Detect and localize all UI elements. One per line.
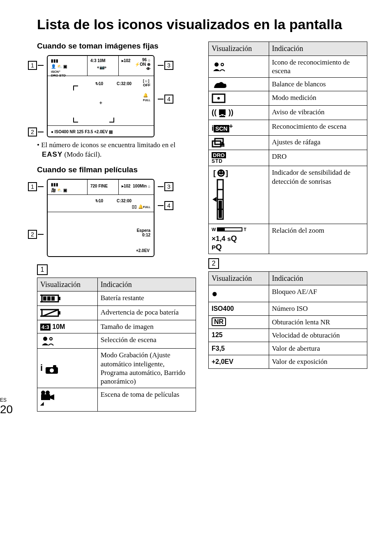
dro-icon: DRO STD (209, 150, 269, 166)
table-row: Ajustes de ráfaga (209, 135, 367, 150)
section-2-label: 2 (208, 258, 219, 269)
table-row: ISO400Número ISO (209, 302, 367, 315)
battery-icon (37, 292, 98, 306)
table-row: (( )) Aviso de vibración (209, 106, 367, 120)
iso-icon: ISO400 (209, 302, 269, 315)
page-lang: ES (0, 398, 13, 403)
easy-mode-note: • El número de iconos se encuentra limit… (37, 141, 196, 160)
page-number: 20 (0, 403, 13, 416)
svg-rect-15 (53, 365, 56, 368)
table-row: Batería restante (37, 292, 196, 306)
svg-rect-42 (219, 201, 222, 218)
lcd-diagram-stills: ▮▮▮ 👤 ⛅ ▣ iSCN⁺DRO STD 4:3 10M «📷» ▸102 … (37, 55, 164, 137)
ae-lock-icon: ● (209, 285, 269, 302)
svg-rect-17 (41, 394, 50, 400)
svg-rect-3 (47, 296, 51, 301)
metering-icon (209, 91, 269, 106)
svg-marker-18 (50, 394, 54, 400)
table-row: Selección de escena (37, 333, 196, 349)
face-detect-icon (209, 56, 269, 78)
table-row: iSCN+ Reconocimiento de escena (209, 120, 367, 135)
table-row: Icono de reconocimiento de escena (209, 56, 367, 78)
svg-text:W: W (212, 227, 216, 232)
svg-point-34 (217, 169, 225, 177)
heading-movies: Cuando se filman películas (37, 165, 196, 175)
svg-rect-31 (221, 142, 223, 147)
table-row: WT ×1,4 sQ PQ Relación del zoom (209, 224, 367, 254)
nr-icon: NR (209, 315, 269, 329)
image-size-icon: 4:3 10M (37, 320, 98, 333)
aperture-icon: F3,5 (209, 342, 269, 355)
vibration-icon: (( )) (209, 106, 269, 120)
table-row: Balance de blancos (209, 78, 367, 91)
zoom-ratio-icon: WT ×1,4 sQ PQ (209, 224, 269, 254)
svg-line-9 (43, 310, 58, 316)
svg-text:[: [ (213, 169, 216, 177)
svg-rect-32 (223, 143, 224, 147)
section-1-label: 1 (37, 264, 48, 275)
page-title: Lista de los iconos visualizados en la p… (37, 16, 367, 32)
svg-rect-1 (58, 297, 60, 300)
svg-rect-27 (219, 116, 225, 117)
svg-rect-2 (43, 296, 46, 301)
table-row: ◢ Escena de toma de películas (37, 388, 196, 412)
table-row: 4:3 10M Tamaño de imagen (37, 320, 196, 333)
table-section-1a: VisualizaciónIndicación Batería restante… (37, 278, 196, 412)
lcd-diagram-movies: ▮▮▮ 🎥 ⛅ ▣ 720 FINE ▸102 100Min ⌂ ↻10 C:3… (37, 179, 164, 257)
svg-point-24 (217, 97, 220, 99)
svg-point-13 (50, 338, 52, 340)
svg-text:T: T (244, 227, 247, 232)
svg-point-20 (46, 391, 50, 395)
table-section-2: VisualizaciónIndicación ●Bloqueo AE/AF I… (208, 271, 367, 369)
table-row: F3,5Valor de abertura (209, 342, 367, 355)
table-row: DRO STD DRO (209, 150, 367, 166)
burst-icon (209, 135, 269, 150)
table-row: +2,0EVValor de exposición (209, 355, 367, 368)
svg-point-35 (219, 171, 221, 173)
scene-recog-icon: iSCN+ (209, 120, 269, 135)
svg-point-22 (221, 63, 224, 66)
movie-scene-icon: ◢ (37, 388, 98, 412)
svg-point-19 (41, 391, 45, 395)
table-row: NRObturación lenta NR (209, 315, 367, 329)
table-row: 125Velocidad de obturación (209, 329, 367, 342)
svg-rect-46 (217, 228, 225, 231)
battery-low-icon (37, 306, 98, 320)
white-balance-icon (209, 78, 269, 91)
heading-stills: Cuando se toman imágenes fijas (37, 42, 196, 51)
table-row: Modo medición (209, 91, 367, 106)
svg-marker-43 (212, 197, 217, 202)
table-row: [ ] Indicador de sensibilidad de detecci… (209, 166, 367, 224)
svg-point-12 (43, 337, 47, 341)
svg-point-16 (50, 368, 54, 373)
smile-sensitivity-icon: [ ] (209, 166, 269, 224)
svg-point-36 (222, 171, 223, 173)
table-row: i Modo Grabación (Ajuste automático inte… (37, 349, 196, 388)
svg-point-21 (214, 62, 219, 67)
scene-select-icon (37, 333, 98, 349)
rec-mode-icon: i (37, 349, 98, 388)
svg-rect-8 (58, 311, 60, 315)
shutter-icon: 125 (209, 329, 269, 342)
table-row: ●Bloqueo AE/AF (209, 285, 367, 302)
table-row: Advertencia de poca batería (37, 306, 196, 320)
svg-text:]: ] (226, 169, 228, 177)
svg-rect-25 (219, 109, 226, 115)
svg-rect-4 (51, 296, 55, 301)
ev-icon: +2,0EV (209, 355, 269, 368)
table-section-1b: VisualizaciónIndicación Icono de reconoc… (208, 42, 367, 254)
